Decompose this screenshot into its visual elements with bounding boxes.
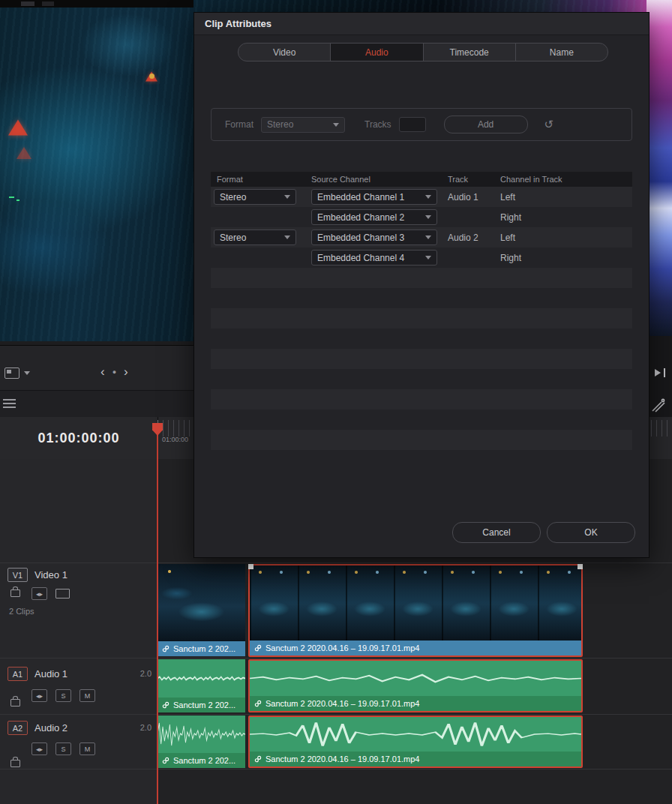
row4-source-value: Embedded Channel 4 (317, 253, 404, 263)
row2-source-dropdown[interactable]: Embedded Channel 2 (311, 209, 437, 225)
reset-icon[interactable]: ↺ (544, 118, 554, 131)
row3-source-dropdown[interactable]: Embedded Channel 3 (311, 230, 437, 245)
viewer-mode-dropdown-icon[interactable] (24, 371, 30, 375)
chevron-down-icon (333, 123, 339, 127)
audio-waveform (158, 716, 245, 753)
link-icon (162, 757, 170, 764)
row4-source-dropdown[interactable]: Embedded Channel 4 (311, 250, 437, 266)
audio-waveform (158, 659, 245, 698)
video-clip-label: Sanctum 2 202... (158, 641, 245, 656)
video-track-name[interactable]: Video 1 (34, 569, 68, 580)
audio1-solo-button[interactable]: S (56, 689, 71, 702)
audio-clip-label: Sanctum 2 202... (158, 753, 245, 768)
tab-video[interactable]: Video (238, 44, 331, 61)
video-track-clip-count: 2 Clips (9, 607, 34, 616)
header-format: Format (211, 175, 311, 184)
tracks-count-input[interactable] (399, 117, 426, 132)
row1-source-dropdown[interactable]: Embedded Channel 1 (311, 189, 437, 205)
clip-filename: Sanctum 2 202... (173, 756, 236, 765)
link-icon (162, 645, 170, 652)
table-row: Stereo Embedded Channel 3 Audio 2 Left (211, 227, 632, 248)
audio2-track-name[interactable]: Audio 2 (34, 722, 68, 734)
track-separator (0, 769, 672, 770)
add-tracks-section: Format Stereo Tracks Add ↺ (211, 108, 632, 141)
clip-trim-handle[interactable] (578, 564, 583, 569)
format-label: Format (225, 119, 254, 130)
row1-track: Audio 1 (448, 192, 500, 202)
table-row: Embedded Channel 4 Right (211, 248, 632, 268)
row2-source-value: Embedded Channel 2 (317, 212, 404, 223)
clip-attributes-dialog: Clip Attributes Video Audio Timecode Nam… (194, 12, 650, 558)
empty-table-row (211, 430, 632, 450)
table-header-row: Format Source Channel Track Channel in T… (211, 172, 632, 187)
format-dropdown-disabled[interactable]: Stereo (261, 117, 345, 133)
tab-name[interactable]: Name (516, 44, 608, 61)
audio1-track-badge[interactable]: A1 (8, 667, 28, 681)
chevron-down-icon (284, 195, 290, 199)
row3-channel: Left (500, 232, 632, 243)
row1-channel: Left (500, 192, 632, 202)
top-strip-chip (21, 2, 34, 6)
clip-filename: Sanctum 2 202... (173, 644, 236, 653)
link-icon (254, 644, 262, 652)
row3-source-value: Embedded Channel 3 (317, 232, 404, 243)
dialog-tabs: Video Audio Timecode Name (238, 43, 608, 62)
audio2-mute-button[interactable]: M (80, 742, 95, 755)
skip-to-end-icon[interactable] (655, 368, 667, 378)
preview-marker-icon (16, 147, 32, 159)
audio2-autoselect-icon[interactable]: ◂▸ (32, 742, 47, 755)
video-track-badge[interactable]: V1 (8, 568, 28, 582)
empty-table-row (211, 410, 632, 430)
video-clip-label: Sanctum 2 2020.04.16 – 19.09.17.01.mp4 (250, 640, 581, 656)
empty-table-row (211, 268, 632, 288)
video-track-autoselect-icon[interactable]: ◂▸ (32, 587, 47, 600)
tab-timecode[interactable]: Timecode (424, 44, 516, 61)
audio2-channel-format: 2.0 (120, 723, 152, 732)
add-button[interactable]: Add (444, 116, 528, 134)
audio2-clip-1[interactable]: Sanctum 2 202... (158, 716, 245, 768)
clip-trim-handle[interactable] (248, 564, 254, 569)
video-clip-1[interactable]: Sanctum 2 202... (158, 564, 245, 657)
tab-audio[interactable]: Audio (331, 44, 423, 61)
playhead-line[interactable] (157, 434, 158, 804)
row3-track: Audio 2 (448, 232, 500, 243)
track-separator (0, 658, 672, 658)
video-clip-2-selected[interactable]: Sanctum 2 2020.04.16 – 19.09.17.01.mp4 (248, 564, 583, 657)
link-icon (254, 700, 262, 707)
timecode-display[interactable]: 01:00:00:00 (38, 430, 119, 446)
chevron-down-icon (425, 195, 431, 199)
audio1-clip-2-selected[interactable]: Sanctum 2 2020.04.16 – 19.09.17.01.mp4 (248, 659, 583, 712)
ok-button[interactable]: OK (547, 522, 635, 543)
top-strip-chip (42, 2, 54, 6)
audio2-lock-icon[interactable] (10, 760, 20, 767)
audio1-clip-1[interactable]: Sanctum 2 202... (158, 659, 245, 712)
audio1-lock-icon[interactable] (10, 699, 20, 706)
next-frame-button[interactable]: › (124, 364, 128, 380)
stop-button[interactable]: ● (112, 368, 116, 376)
audio-waveform (250, 661, 581, 696)
app-window: ‹ ● › 01:00:00:00 01:00:00 V1 Video 1 ◂▸… (0, 0, 672, 804)
format-value: Stereo (267, 119, 293, 130)
audio-clip-label: Sanctum 2 2020.04.16 – 19.09.17.01.mp4 (250, 752, 581, 766)
video-clip-thumbnail (158, 564, 245, 641)
clip-filename: Sanctum 2 202... (173, 700, 236, 710)
row1-format-value: Stereo (220, 192, 246, 202)
viewer-mode-icon[interactable] (4, 368, 20, 379)
audio1-mute-button[interactable]: M (80, 689, 95, 702)
video-clip-filmstrip (250, 566, 581, 640)
cancel-button[interactable]: Cancel (452, 522, 541, 543)
empty-table-row (211, 369, 632, 389)
previous-frame-button[interactable]: ‹ (100, 364, 105, 380)
audio2-track-badge[interactable]: A2 (8, 721, 28, 735)
row1-format-dropdown[interactable]: Stereo (214, 189, 296, 205)
audio1-track-name[interactable]: Audio 1 (34, 668, 68, 680)
timeline-view-options-icon[interactable] (3, 399, 16, 408)
audio2-clip-2-selected[interactable]: Sanctum 2 2020.04.16 – 19.09.17.01.mp4 (248, 716, 583, 768)
video-track-enable-icon[interactable] (56, 589, 70, 598)
audio1-autoselect-icon[interactable]: ◂▸ (32, 689, 47, 702)
track-separator (0, 714, 672, 715)
audio2-solo-button[interactable]: S (56, 742, 71, 755)
video-track-lock-icon[interactable] (10, 590, 20, 597)
row3-format-dropdown[interactable]: Stereo (214, 230, 296, 245)
timeline-tools-icon[interactable] (650, 396, 668, 414)
